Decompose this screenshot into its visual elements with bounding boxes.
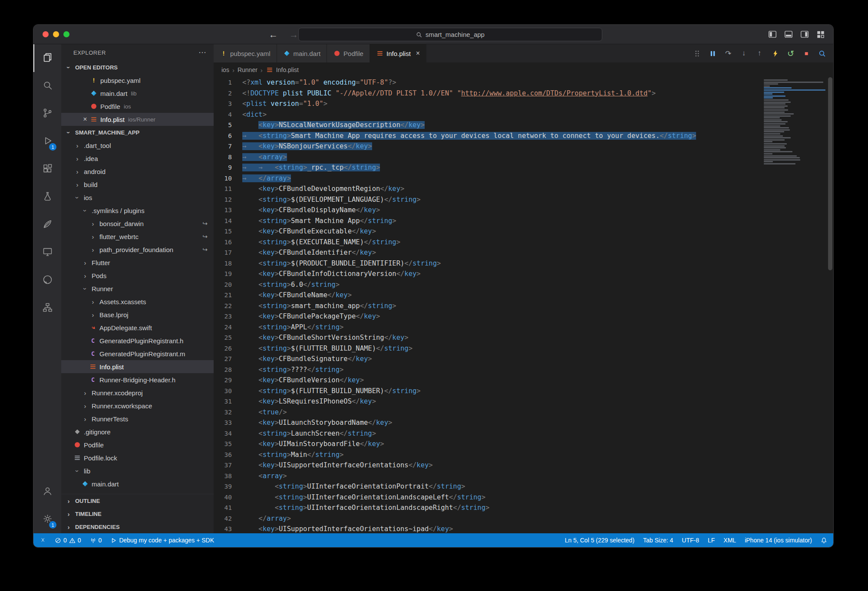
code-line[interactable]: 33 <key>UILaunchStoryboardName</key> <box>214 417 759 428</box>
tree-item[interactable]: ›lib <box>61 464 214 477</box>
window-minimize-button[interactable] <box>53 31 59 37</box>
code-line[interactable]: 34 <string>LaunchScreen</string> <box>214 428 759 439</box>
code-line[interactable]: 2<!DOCTYPE plist PUBLIC "-//Apple//DTD P… <box>214 88 759 99</box>
tree-item[interactable]: ›Base.lproj <box>61 308 214 321</box>
code-line[interactable]: 42 </array> <box>214 513 759 524</box>
breadcrumb-item[interactable]: ios <box>221 66 229 73</box>
status-eol[interactable]: LF <box>708 537 715 544</box>
minimap[interactable] <box>762 77 827 533</box>
tree-item[interactable]: AppDelegate.swift <box>61 321 214 334</box>
section-header-outline[interactable]: ›OUTLINE <box>61 494 214 507</box>
line-number[interactable]: 24 <box>214 322 242 333</box>
tree-item[interactable]: ›flutter_webrtc↪ <box>61 230 214 243</box>
code-line[interactable]: 41 <string>UIInterfaceOrientationLandsca… <box>214 502 759 513</box>
tree-item[interactable]: ›android <box>61 165 214 178</box>
code-line[interactable]: 12 <string>$(DEVELOPMENT_LANGUAGE)</stri… <box>214 194 759 205</box>
code-line[interactable]: 14 <string>Smart Machine App</string> <box>214 216 759 227</box>
code-lines[interactable]: 1<?xml version="1.0" encoding="UTF-8"?>2… <box>214 77 759 533</box>
line-number[interactable]: 5 <box>214 120 242 131</box>
window-close-button[interactable] <box>43 31 49 37</box>
tree-item[interactable]: .gitignore <box>61 425 214 438</box>
window-zoom-button[interactable] <box>63 31 69 37</box>
activity-item-explorer[interactable] <box>33 44 61 72</box>
restart-icon[interactable]: ↺ <box>786 49 795 58</box>
tree-item[interactable]: main.dart <box>61 477 214 490</box>
code-line[interactable]: 40 <string>UIInterfaceOrientationLandsca… <box>214 492 759 503</box>
line-number[interactable]: 20 <box>214 279 242 290</box>
toggle-sidebar-icon[interactable] <box>768 30 777 39</box>
tree-item[interactable]: ›Runner.xcworkspace <box>61 399 214 412</box>
status-device-selector[interactable]: iPhone 14 (ios simulator) <box>745 537 812 544</box>
line-number[interactable]: 26 <box>214 343 242 354</box>
tab-close-icon[interactable]: × <box>416 49 420 57</box>
code-line[interactable]: 4<dict> <box>214 109 759 120</box>
problems-indicator[interactable]: 0 0 <box>55 537 81 544</box>
code-line[interactable]: 35 <key>UIMainStoryboardFile</key> <box>214 439 759 450</box>
code-line[interactable]: 22 <string>smart_machine_app</string> <box>214 301 759 312</box>
tree-item[interactable]: Info.plist <box>61 360 214 373</box>
line-number[interactable]: 39 <box>214 481 242 492</box>
tree-item[interactable]: ›.idea <box>61 152 214 165</box>
code-line[interactable]: 26 <string>$(FLUTTER_BUILD_NAME)</string… <box>214 343 759 354</box>
code-line[interactable]: 32 <true/> <box>214 407 759 418</box>
tree-item[interactable]: ›Runner <box>61 282 214 295</box>
status-tab-size[interactable]: Tab Size: 4 <box>643 537 673 544</box>
activity-item-quill[interactable] <box>33 211 61 239</box>
editor-tab-podfile[interactable]: Podfile <box>327 44 370 62</box>
code-line[interactable]: 21 <key>CFBundleName</key> <box>214 290 759 301</box>
tree-item[interactable]: ›path_provider_foundation↪ <box>61 243 214 256</box>
notifications-bell[interactable] <box>821 537 827 544</box>
editor-tab-info-plist[interactable]: Info.plist× <box>370 44 426 62</box>
line-number[interactable]: 15 <box>214 226 242 237</box>
code-line[interactable]: 20 <string>6.0</string> <box>214 279 759 290</box>
line-number[interactable]: 2 <box>214 88 242 99</box>
line-number[interactable]: 43 <box>214 524 242 533</box>
pause-icon[interactable] <box>708 49 717 58</box>
code-line[interactable]: 13 <key>CFBundleDisplayName</key> <box>214 205 759 216</box>
open-editor-item[interactable]: main.dartlib <box>61 87 214 100</box>
line-number[interactable]: 38 <box>214 471 242 482</box>
editor-scrollbar[interactable] <box>827 77 833 533</box>
line-number[interactable]: 16 <box>214 237 242 248</box>
line-number[interactable]: 37 <box>214 460 242 471</box>
stop-icon[interactable]: ■ <box>802 49 811 58</box>
scrollbar-thumb[interactable] <box>828 77 832 270</box>
code-area[interactable]: 1<?xml version="1.0" encoding="UTF-8"?>2… <box>214 77 833 533</box>
tree-item[interactable]: CGeneratedPluginRegistrant.h <box>61 334 214 347</box>
tree-item[interactable]: CGeneratedPluginRegistrant.m <box>61 347 214 360</box>
line-number[interactable]: 27 <box>214 354 242 364</box>
open-editor-item[interactable]: !pubspec.yaml <box>61 74 214 87</box>
code-line[interactable]: 30 <string>$(FLUTTER_BUILD_NUMBER)</stri… <box>214 386 759 397</box>
line-number[interactable]: 40 <box>214 492 242 503</box>
hot-reload-icon[interactable] <box>771 49 779 58</box>
tree-item[interactable]: ›.dart_tool <box>61 139 214 152</box>
toggle-panel-icon[interactable] <box>784 30 793 39</box>
line-number[interactable]: 19 <box>214 269 242 279</box>
nav-back-icon[interactable]: ← <box>269 30 278 39</box>
code-line[interactable]: 39 <string>UIInterfaceOrientationPortrai… <box>214 481 759 492</box>
code-line[interactable]: 37 <key>UISupportedInterfaceOrientations… <box>214 460 759 471</box>
status-encoding[interactable]: UTF-8 <box>682 537 699 544</box>
line-number[interactable]: 14 <box>214 216 242 227</box>
line-number[interactable]: 25 <box>214 332 242 343</box>
code-line[interactable]: 18 <string>$(PRODUCT_BUNDLE_IDENTIFIER)<… <box>214 258 759 269</box>
line-number[interactable]: 22 <box>214 301 242 312</box>
activity-item-source-control[interactable] <box>33 100 61 128</box>
code-line[interactable]: 8→ <array> <box>214 152 759 163</box>
open-editors-header[interactable]: › OPEN EDITORS <box>61 61 214 74</box>
more-actions-icon[interactable]: ⋯ <box>198 48 207 57</box>
inspector-icon[interactable] <box>818 49 826 58</box>
tree-item[interactable]: ›.symlinks / plugins <box>61 204 214 217</box>
code-line[interactable]: 15 <key>CFBundleExecutable</key> <box>214 226 759 237</box>
code-line[interactable]: 29 <key>CFBundleVersion</key> <box>214 375 759 386</box>
activity-item-testing[interactable] <box>33 183 61 211</box>
line-number[interactable]: 3 <box>214 98 242 109</box>
line-number[interactable]: 1 <box>214 77 242 88</box>
line-number[interactable]: 11 <box>214 184 242 194</box>
line-number[interactable]: 18 <box>214 258 242 269</box>
tree-item[interactable]: ›bonsoir_darwin↪ <box>61 217 214 230</box>
tree-item[interactable]: ›ios <box>61 191 214 204</box>
ports-indicator[interactable]: 0 <box>90 537 102 544</box>
line-number[interactable]: 10 <box>214 173 242 184</box>
tree-item[interactable]: ›Runner.xcodeproj <box>61 386 214 399</box>
